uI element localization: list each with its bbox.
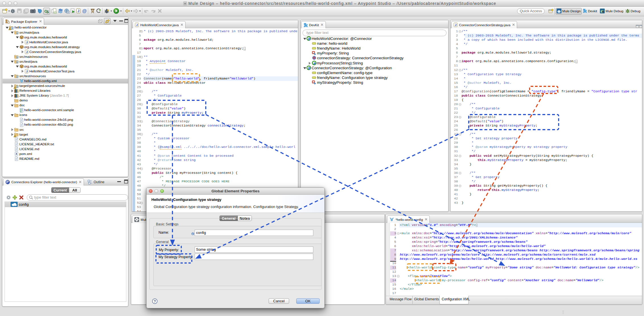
svg-text:J: J — [26, 70, 28, 73]
svg-text:J: J — [26, 41, 28, 44]
svg-text:?: ? — [154, 299, 156, 303]
svg-text:J: J — [455, 23, 457, 27]
svg-text:J: J — [77, 9, 79, 13]
svg-text:J: J — [136, 23, 138, 27]
svg-text:X: X — [16, 152, 18, 156]
svg-text:J: J — [12, 27, 13, 30]
svg-text:J: J — [26, 50, 28, 54]
svg-text:S: S — [46, 10, 49, 14]
